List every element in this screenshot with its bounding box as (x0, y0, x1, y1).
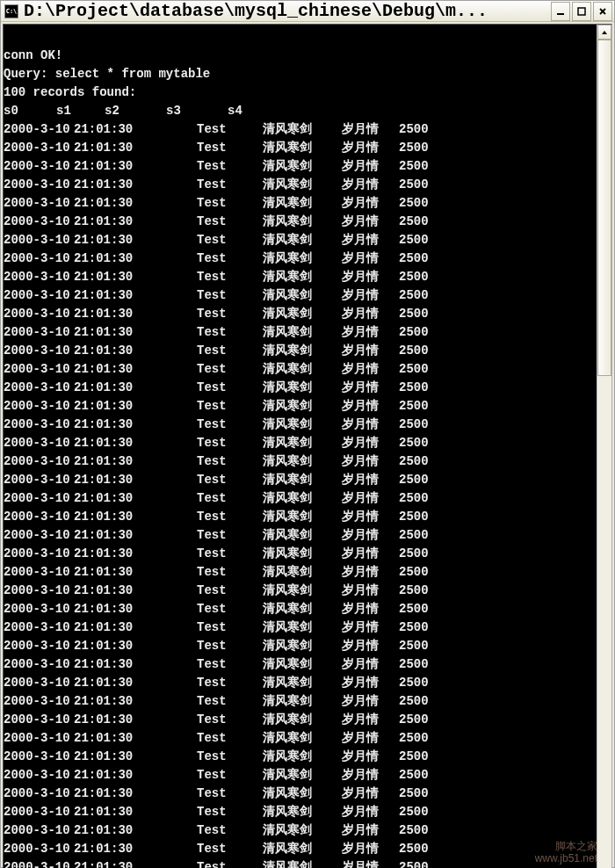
cell-time: 21:01:30 (74, 342, 197, 360)
cell-s4b: 2500 (399, 231, 438, 250)
cell-date: 2000-3-10 (4, 766, 74, 785)
scrollbar-track[interactable] (597, 40, 611, 868)
cell-date: 2000-3-10 (4, 231, 74, 250)
minimize-button[interactable] (551, 2, 570, 21)
cell-s4b: 2500 (399, 508, 438, 526)
cell-s4b: 2500 (399, 526, 438, 545)
table-row: 2000-3-1021:01:30Test清风寒剑岁月情2500 (4, 582, 595, 600)
cell-time: 21:01:30 (74, 785, 197, 803)
cell-s2: Test (197, 471, 263, 489)
cell-date: 2000-3-10 (4, 600, 74, 618)
cell-date: 2000-3-10 (4, 471, 74, 489)
titlebar[interactable]: C:\ D:\Project\database\mysql_chinese\De… (1, 1, 614, 22)
table-row: 2000-3-1021:01:30Test清风寒剑岁月情2500 (4, 729, 595, 748)
table-row: 2000-3-1021:01:30Test清风寒剑岁月情2500 (4, 600, 595, 618)
cell-time: 21:01:30 (74, 545, 197, 563)
cell-s4b: 2500 (399, 821, 438, 840)
cell-s4a: 岁月情 (342, 858, 399, 868)
cell-s4a: 岁月情 (342, 618, 399, 637)
cell-time: 21:01:30 (74, 194, 197, 213)
cell-s4a: 岁月情 (342, 452, 399, 471)
window-controls (551, 2, 612, 21)
cell-s2: Test (197, 286, 263, 305)
cell-time: 21:01:30 (74, 416, 197, 434)
cell-s4a: 岁月情 (342, 250, 399, 268)
cell-time: 21:01:30 (74, 674, 197, 692)
header-s0: s0 (4, 102, 56, 120)
cell-s4a: 岁月情 (342, 379, 399, 397)
cell-time: 21:01:30 (74, 323, 197, 342)
cell-s4b: 2500 (399, 250, 438, 268)
cell-s3: 清风寒剑 (263, 840, 342, 858)
cell-s2: Test (197, 268, 263, 286)
cell-s4b: 2500 (399, 360, 438, 379)
cell-s3: 清风寒剑 (263, 563, 342, 582)
table-row: 2000-3-1021:01:30Test清风寒剑岁月情2500 (4, 360, 595, 379)
cell-s2: Test (197, 600, 263, 618)
cell-date: 2000-3-10 (4, 582, 74, 600)
cell-date: 2000-3-10 (4, 452, 74, 471)
cell-s3: 清风寒剑 (263, 545, 342, 563)
cell-s4b: 2500 (399, 342, 438, 360)
cell-s2: Test (197, 692, 263, 711)
cell-time: 21:01:30 (74, 729, 197, 748)
cell-date: 2000-3-10 (4, 840, 74, 858)
console-area: conn OK!Query: select * from mytable100 … (3, 24, 612, 868)
cell-time: 21:01:30 (74, 508, 197, 526)
cell-s3: 清风寒剑 (263, 286, 342, 305)
cell-s3: 清风寒剑 (263, 231, 342, 250)
header-s2: s2 (105, 102, 166, 120)
cell-s4a: 岁月情 (342, 286, 399, 305)
cell-s3: 清风寒剑 (263, 508, 342, 526)
svg-rect-1 (578, 8, 585, 15)
cell-s3: 清风寒剑 (263, 729, 342, 748)
cell-s4b: 2500 (399, 286, 438, 305)
cell-s4b: 2500 (399, 729, 438, 748)
cell-time: 21:01:30 (74, 840, 197, 858)
table-row: 2000-3-1021:01:30Test清风寒剑岁月情2500 (4, 471, 595, 489)
cell-s4b: 2500 (399, 674, 438, 692)
cell-s4a: 岁月情 (342, 563, 399, 582)
cell-s3: 清风寒剑 (263, 360, 342, 379)
cell-s4b: 2500 (399, 785, 438, 803)
cell-s4a: 岁月情 (342, 139, 399, 157)
cell-s2: Test (197, 305, 263, 323)
app-window: C:\ D:\Project\database\mysql_chinese\De… (0, 0, 615, 868)
cell-s4a: 岁月情 (342, 582, 399, 600)
table-row: 2000-3-1021:01:30Test清风寒剑岁月情2500 (4, 452, 595, 471)
cell-s2: Test (197, 489, 263, 508)
cell-s2: Test (197, 803, 263, 821)
table-row: 2000-3-1021:01:30Test清风寒剑岁月情2500 (4, 785, 595, 803)
cell-s3: 清风寒剑 (263, 821, 342, 840)
cell-date: 2000-3-10 (4, 379, 74, 397)
cell-s3: 清风寒剑 (263, 379, 342, 397)
vertical-scrollbar[interactable] (597, 25, 611, 868)
cell-s3: 清风寒剑 (263, 397, 342, 416)
scrollbar-thumb[interactable] (597, 40, 611, 376)
chevron-up-icon (601, 29, 608, 36)
cell-s4b: 2500 (399, 120, 438, 139)
table-row: 2000-3-1021:01:30Test清风寒剑岁月情2500 (4, 489, 595, 508)
cell-date: 2000-3-10 (4, 821, 74, 840)
close-button[interactable] (593, 2, 612, 21)
cell-date: 2000-3-10 (4, 508, 74, 526)
cell-s3: 清风寒剑 (263, 416, 342, 434)
scroll-up-button[interactable] (597, 25, 611, 40)
cell-s4a: 岁月情 (342, 360, 399, 379)
maximize-button[interactable] (572, 2, 591, 21)
cell-time: 21:01:30 (74, 471, 197, 489)
cell-s4b: 2500 (399, 563, 438, 582)
table-row: 2000-3-1021:01:30Test清风寒剑岁月情2500 (4, 711, 595, 729)
cell-time: 21:01:30 (74, 711, 197, 729)
cell-s4b: 2500 (399, 471, 438, 489)
table-row: 2000-3-1021:01:30Test清风寒剑岁月情2500 (4, 692, 595, 711)
cell-s4a: 岁月情 (342, 323, 399, 342)
cell-time: 21:01:30 (74, 176, 197, 194)
cell-s4b: 2500 (399, 268, 438, 286)
cell-s4b: 2500 (399, 194, 438, 213)
cell-s2: Test (197, 342, 263, 360)
cell-s4a: 岁月情 (342, 268, 399, 286)
cell-time: 21:01:30 (74, 766, 197, 785)
cell-s2: Test (197, 194, 263, 213)
table-row: 2000-3-1021:01:30Test清风寒剑岁月情2500 (4, 545, 595, 563)
